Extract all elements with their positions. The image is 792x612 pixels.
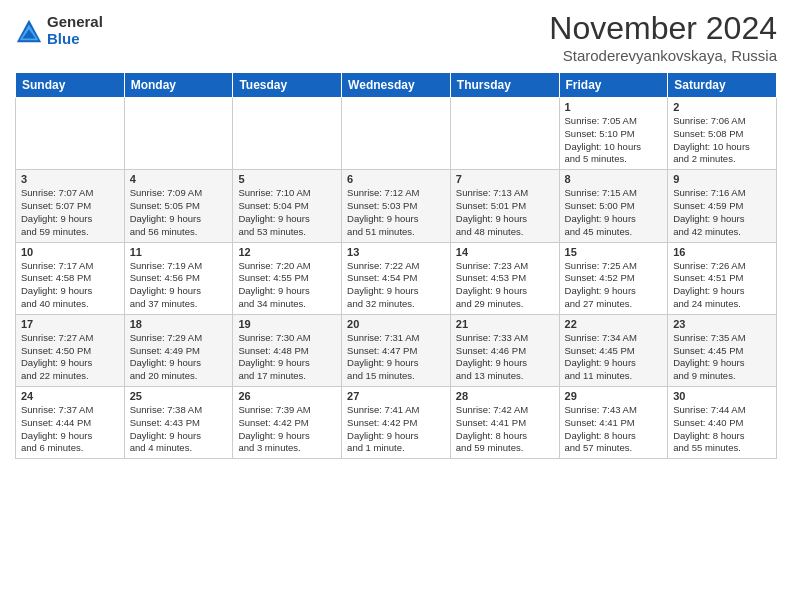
day-info-4: Sunrise: 7:09 AM Sunset: 5:05 PM Dayligh…	[130, 187, 228, 238]
day-info-17: Sunrise: 7:27 AM Sunset: 4:50 PM Dayligh…	[21, 332, 119, 383]
day-info-2: Sunrise: 7:06 AM Sunset: 5:08 PM Dayligh…	[673, 115, 771, 166]
calendar-cell-4-3: 27Sunrise: 7:41 AM Sunset: 4:42 PM Dayli…	[342, 387, 451, 459]
day-number-7: 7	[456, 173, 554, 185]
day-number-16: 16	[673, 246, 771, 258]
day-info-14: Sunrise: 7:23 AM Sunset: 4:53 PM Dayligh…	[456, 260, 554, 311]
day-info-1: Sunrise: 7:05 AM Sunset: 5:10 PM Dayligh…	[565, 115, 663, 166]
logo: General Blue	[15, 14, 103, 47]
day-info-29: Sunrise: 7:43 AM Sunset: 4:41 PM Dayligh…	[565, 404, 663, 455]
day-info-3: Sunrise: 7:07 AM Sunset: 5:07 PM Dayligh…	[21, 187, 119, 238]
day-number-11: 11	[130, 246, 228, 258]
col-friday: Friday	[559, 73, 668, 98]
day-info-30: Sunrise: 7:44 AM Sunset: 4:40 PM Dayligh…	[673, 404, 771, 455]
day-number-13: 13	[347, 246, 445, 258]
calendar-cell-4-2: 26Sunrise: 7:39 AM Sunset: 4:42 PM Dayli…	[233, 387, 342, 459]
day-info-6: Sunrise: 7:12 AM Sunset: 5:03 PM Dayligh…	[347, 187, 445, 238]
calendar-cell-0-5: 1Sunrise: 7:05 AM Sunset: 5:10 PM Daylig…	[559, 98, 668, 170]
location-title: Staroderevyankovskaya, Russia	[549, 47, 777, 64]
day-number-15: 15	[565, 246, 663, 258]
day-number-2: 2	[673, 101, 771, 113]
calendar-cell-3-0: 17Sunrise: 7:27 AM Sunset: 4:50 PM Dayli…	[16, 314, 125, 386]
day-info-15: Sunrise: 7:25 AM Sunset: 4:52 PM Dayligh…	[565, 260, 663, 311]
day-number-12: 12	[238, 246, 336, 258]
week-row-4: 24Sunrise: 7:37 AM Sunset: 4:44 PM Dayli…	[16, 387, 777, 459]
day-number-19: 19	[238, 318, 336, 330]
day-number-25: 25	[130, 390, 228, 402]
title-block: November 2024 Staroderevyankovskaya, Rus…	[549, 10, 777, 64]
day-info-11: Sunrise: 7:19 AM Sunset: 4:56 PM Dayligh…	[130, 260, 228, 311]
day-number-9: 9	[673, 173, 771, 185]
day-number-23: 23	[673, 318, 771, 330]
day-info-26: Sunrise: 7:39 AM Sunset: 4:42 PM Dayligh…	[238, 404, 336, 455]
col-sunday: Sunday	[16, 73, 125, 98]
day-number-27: 27	[347, 390, 445, 402]
day-info-5: Sunrise: 7:10 AM Sunset: 5:04 PM Dayligh…	[238, 187, 336, 238]
day-info-28: Sunrise: 7:42 AM Sunset: 4:41 PM Dayligh…	[456, 404, 554, 455]
calendar-cell-0-3	[342, 98, 451, 170]
day-number-14: 14	[456, 246, 554, 258]
calendar-cell-3-2: 19Sunrise: 7:30 AM Sunset: 4:48 PM Dayli…	[233, 314, 342, 386]
calendar: Sunday Monday Tuesday Wednesday Thursday…	[15, 72, 777, 459]
calendar-cell-2-0: 10Sunrise: 7:17 AM Sunset: 4:58 PM Dayli…	[16, 242, 125, 314]
day-number-18: 18	[130, 318, 228, 330]
logo-text: General Blue	[47, 14, 103, 47]
day-info-23: Sunrise: 7:35 AM Sunset: 4:45 PM Dayligh…	[673, 332, 771, 383]
col-thursday: Thursday	[450, 73, 559, 98]
day-number-17: 17	[21, 318, 119, 330]
day-number-10: 10	[21, 246, 119, 258]
day-info-21: Sunrise: 7:33 AM Sunset: 4:46 PM Dayligh…	[456, 332, 554, 383]
day-number-6: 6	[347, 173, 445, 185]
day-info-20: Sunrise: 7:31 AM Sunset: 4:47 PM Dayligh…	[347, 332, 445, 383]
day-info-22: Sunrise: 7:34 AM Sunset: 4:45 PM Dayligh…	[565, 332, 663, 383]
day-number-5: 5	[238, 173, 336, 185]
calendar-header-row: Sunday Monday Tuesday Wednesday Thursday…	[16, 73, 777, 98]
logo-general-text: General	[47, 14, 103, 31]
day-info-24: Sunrise: 7:37 AM Sunset: 4:44 PM Dayligh…	[21, 404, 119, 455]
calendar-cell-2-4: 14Sunrise: 7:23 AM Sunset: 4:53 PM Dayli…	[450, 242, 559, 314]
page: General Blue November 2024 Staroderevyan…	[0, 0, 792, 612]
calendar-cell-4-0: 24Sunrise: 7:37 AM Sunset: 4:44 PM Dayli…	[16, 387, 125, 459]
calendar-cell-2-1: 11Sunrise: 7:19 AM Sunset: 4:56 PM Dayli…	[124, 242, 233, 314]
day-info-16: Sunrise: 7:26 AM Sunset: 4:51 PM Dayligh…	[673, 260, 771, 311]
calendar-cell-0-1	[124, 98, 233, 170]
week-row-1: 3Sunrise: 7:07 AM Sunset: 5:07 PM Daylig…	[16, 170, 777, 242]
col-monday: Monday	[124, 73, 233, 98]
calendar-cell-1-6: 9Sunrise: 7:16 AM Sunset: 4:59 PM Daylig…	[668, 170, 777, 242]
day-number-8: 8	[565, 173, 663, 185]
day-info-9: Sunrise: 7:16 AM Sunset: 4:59 PM Dayligh…	[673, 187, 771, 238]
day-info-13: Sunrise: 7:22 AM Sunset: 4:54 PM Dayligh…	[347, 260, 445, 311]
col-saturday: Saturday	[668, 73, 777, 98]
calendar-cell-4-4: 28Sunrise: 7:42 AM Sunset: 4:41 PM Dayli…	[450, 387, 559, 459]
day-info-10: Sunrise: 7:17 AM Sunset: 4:58 PM Dayligh…	[21, 260, 119, 311]
calendar-cell-2-3: 13Sunrise: 7:22 AM Sunset: 4:54 PM Dayli…	[342, 242, 451, 314]
day-number-1: 1	[565, 101, 663, 113]
calendar-cell-4-1: 25Sunrise: 7:38 AM Sunset: 4:43 PM Dayli…	[124, 387, 233, 459]
calendar-cell-1-1: 4Sunrise: 7:09 AM Sunset: 5:05 PM Daylig…	[124, 170, 233, 242]
calendar-cell-3-1: 18Sunrise: 7:29 AM Sunset: 4:49 PM Dayli…	[124, 314, 233, 386]
logo-icon	[15, 17, 43, 45]
calendar-cell-4-6: 30Sunrise: 7:44 AM Sunset: 4:40 PM Dayli…	[668, 387, 777, 459]
header: General Blue November 2024 Staroderevyan…	[15, 10, 777, 64]
calendar-cell-1-0: 3Sunrise: 7:07 AM Sunset: 5:07 PM Daylig…	[16, 170, 125, 242]
calendar-cell-3-3: 20Sunrise: 7:31 AM Sunset: 4:47 PM Dayli…	[342, 314, 451, 386]
calendar-cell-4-5: 29Sunrise: 7:43 AM Sunset: 4:41 PM Dayli…	[559, 387, 668, 459]
calendar-cell-2-6: 16Sunrise: 7:26 AM Sunset: 4:51 PM Dayli…	[668, 242, 777, 314]
calendar-cell-0-6: 2Sunrise: 7:06 AM Sunset: 5:08 PM Daylig…	[668, 98, 777, 170]
calendar-cell-3-4: 21Sunrise: 7:33 AM Sunset: 4:46 PM Dayli…	[450, 314, 559, 386]
day-number-29: 29	[565, 390, 663, 402]
day-number-26: 26	[238, 390, 336, 402]
week-row-3: 17Sunrise: 7:27 AM Sunset: 4:50 PM Dayli…	[16, 314, 777, 386]
day-number-30: 30	[673, 390, 771, 402]
week-row-0: 1Sunrise: 7:05 AM Sunset: 5:10 PM Daylig…	[16, 98, 777, 170]
col-tuesday: Tuesday	[233, 73, 342, 98]
calendar-cell-1-3: 6Sunrise: 7:12 AM Sunset: 5:03 PM Daylig…	[342, 170, 451, 242]
day-info-12: Sunrise: 7:20 AM Sunset: 4:55 PM Dayligh…	[238, 260, 336, 311]
day-number-24: 24	[21, 390, 119, 402]
day-info-19: Sunrise: 7:30 AM Sunset: 4:48 PM Dayligh…	[238, 332, 336, 383]
calendar-cell-1-5: 8Sunrise: 7:15 AM Sunset: 5:00 PM Daylig…	[559, 170, 668, 242]
calendar-cell-0-4	[450, 98, 559, 170]
day-info-8: Sunrise: 7:15 AM Sunset: 5:00 PM Dayligh…	[565, 187, 663, 238]
calendar-cell-1-4: 7Sunrise: 7:13 AM Sunset: 5:01 PM Daylig…	[450, 170, 559, 242]
week-row-2: 10Sunrise: 7:17 AM Sunset: 4:58 PM Dayli…	[16, 242, 777, 314]
col-wednesday: Wednesday	[342, 73, 451, 98]
